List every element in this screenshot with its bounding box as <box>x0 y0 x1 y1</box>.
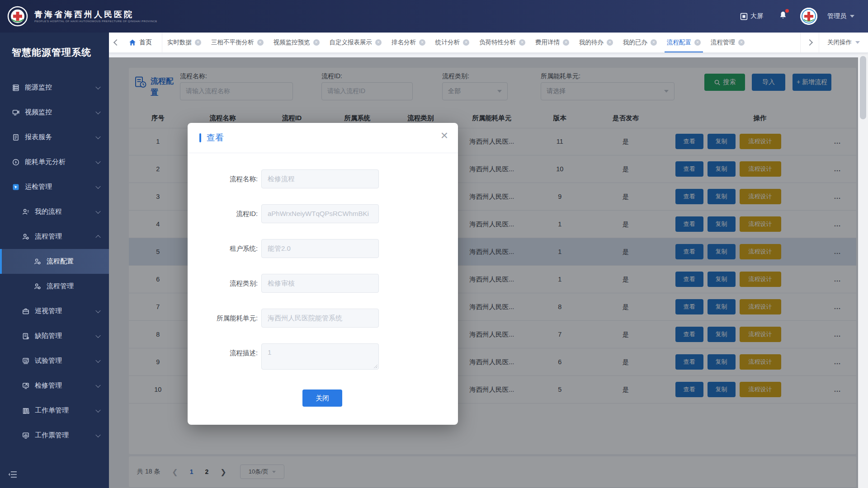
chevron-down-icon <box>95 208 100 213</box>
field-value-text: 检修流程 <box>268 175 295 183</box>
report-icon <box>12 134 20 141</box>
sidebar-item-video-monitor[interactable]: 视频监控 <box>0 100 109 125</box>
sidebar-item-workticket-mgmt[interactable]: 工作票管理 <box>0 423 109 448</box>
chart-monitor-icon <box>22 432 30 439</box>
tab-自定义报表展示[interactable]: 自定义报表展示× <box>325 33 387 52</box>
tab-close-icon[interactable]: × <box>651 39 657 46</box>
close-operations-menu[interactable]: 关闭操作 <box>819 33 868 52</box>
sidebar-item-process-config[interactable]: 流程配置 <box>0 249 109 274</box>
tab-负荷特性分析[interactable]: 负荷特性分析× <box>474 33 530 52</box>
sidebar-item-label: 流程管理 <box>47 282 74 291</box>
modal-field-label: 流程描述: <box>188 343 258 362</box>
tab-close-icon[interactable]: × <box>375 39 382 46</box>
chevron-up-icon <box>95 235 100 239</box>
big-screen-button[interactable]: 大屏 <box>740 12 763 20</box>
sidebar-item-process-mgmt-sub[interactable]: 流程管理 <box>0 274 109 299</box>
close-icon[interactable]: × <box>441 129 448 142</box>
collapse-sidebar-icon[interactable] <box>8 471 17 480</box>
tab-close-icon[interactable]: × <box>738 39 745 46</box>
tab-视频监控预览[interactable]: 视频监控预览× <box>269 33 325 52</box>
dialog-close-button[interactable]: 关闭 <box>302 389 342 407</box>
video-monitor-icon <box>12 109 20 116</box>
chevron-down-icon <box>95 183 100 188</box>
tab-label: 流程配置 <box>667 38 691 47</box>
tab-排名分析[interactable]: 排名分析× <box>387 33 430 52</box>
brand-subtitle: PEOPLE'S HOSPITAL OF HAIXI AUTONOMOUS PR… <box>34 20 157 23</box>
sidebar-item-repair-mgmt[interactable]: 检修管理 <box>0 373 109 398</box>
sidebar: 智慧能源管理系统 能源监控视频监控报表服务能耗单元分析运检管理我的流程流程管理流… <box>0 33 109 488</box>
modal-field-value[interactable]: 检修审核 <box>261 274 379 293</box>
modal-field-value[interactable]: 能管2.0 <box>261 239 379 258</box>
home-icon <box>129 39 136 46</box>
tab-label: 排名分析 <box>392 38 416 47</box>
tabs-scroll-left-icon[interactable] <box>109 33 124 52</box>
tab-我的已办[interactable]: 我的已办× <box>618 33 662 52</box>
tab-close-icon[interactable]: × <box>313 39 320 46</box>
field-value-text: aPhWrxNeiyWTqQPsRCWhmBKi <box>268 210 369 217</box>
sidebar-item-label: 运检管理 <box>25 183 52 191</box>
chevron-down-icon <box>95 382 100 387</box>
sidebar-item-label: 能耗单元分析 <box>25 158 66 166</box>
modal-field-value[interactable]: 海西州人民医院能管系统 <box>261 309 379 328</box>
energy-unit-icon <box>12 159 20 166</box>
sidebar-item-my-process[interactable]: 我的流程 <box>0 199 109 224</box>
tabs-scroll-right-icon[interactable] <box>800 33 819 52</box>
tab-close-icon[interactable]: × <box>195 39 201 46</box>
chevron-down-icon <box>95 308 100 313</box>
tab-label: 视频监控预览 <box>274 38 310 47</box>
sidebar-item-label: 流程管理 <box>35 232 62 241</box>
tab-close-icon[interactable]: × <box>463 39 469 46</box>
tab-close-icon[interactable]: × <box>563 39 569 46</box>
dialog-title: 查看 <box>207 132 224 144</box>
tab-label: 三相不平衡分析 <box>211 38 254 47</box>
tab-费用详情[interactable]: 费用详情× <box>530 33 574 52</box>
notification-bell-icon[interactable] <box>778 11 788 22</box>
tab-close-icon[interactable]: × <box>419 39 425 46</box>
chevron-down-icon <box>95 134 100 139</box>
tab-流程配置[interactable]: 流程配置× <box>662 33 706 52</box>
sidebar-item-worksheet-mgmt[interactable]: 工作单管理 <box>0 398 109 423</box>
modal-field-0: 流程名称:检修流程 <box>188 169 379 188</box>
description-textarea[interactable]: 1 <box>261 343 379 370</box>
field-value-text: 检修审核 <box>268 279 295 287</box>
tab-close-icon[interactable]: × <box>694 39 701 46</box>
tab-close-icon[interactable]: × <box>607 39 613 46</box>
field-value-text: 海西州人民医院能管系统 <box>268 314 342 322</box>
chevron-down-icon <box>95 159 100 164</box>
tab-统计分析[interactable]: 统计分析× <box>430 33 474 52</box>
sidebar-item-label: 巡视管理 <box>35 307 62 315</box>
tab-label: 负荷特性分析 <box>479 38 516 47</box>
current-user-menu[interactable]: 管理员 <box>827 12 854 20</box>
sidebar-item-label: 我的流程 <box>35 207 62 216</box>
tab-close-icon[interactable]: × <box>519 39 525 46</box>
tab-三相不平衡分析[interactable]: 三相不平衡分析× <box>206 33 269 52</box>
page-scrollbar[interactable] <box>858 52 868 488</box>
tab-home[interactable]: 首页 <box>124 33 162 52</box>
modal-field-value[interactable]: aPhWrxNeiyWTqQPsRCWhmBKi <box>261 204 379 223</box>
tab-实时数据[interactable]: 实时数据× <box>162 33 206 52</box>
sidebar-item-process-mgmt[interactable]: 流程管理 <box>0 224 109 249</box>
modal-field-value[interactable]: 检修流程 <box>261 169 379 188</box>
modal-field-2: 租户系统:能管2.0 <box>188 239 379 258</box>
sidebar-item-report-service[interactable]: 报表服务 <box>0 125 109 150</box>
sidebar-item-label: 试验管理 <box>35 357 62 365</box>
user-avatar[interactable] <box>800 8 817 25</box>
resize-grip-icon <box>373 364 377 368</box>
person-gear-icon <box>33 258 42 265</box>
modal-field-3: 流程类别:检修审核 <box>188 274 379 293</box>
tab-流程管理[interactable]: 流程管理× <box>706 33 750 52</box>
modal-field-1: 流程ID:aPhWrxNeiyWTqQPsRCWhmBKi <box>188 204 379 223</box>
sidebar-item-patrol-mgmt[interactable]: 巡视管理 <box>0 299 109 324</box>
tab-bar: 首页 实时数据×三相不平衡分析×视频监控预览×自定义报表展示×排名分析×统计分析… <box>109 33 868 53</box>
tab-close-icon[interactable]: × <box>257 39 264 46</box>
person-gear-icon <box>33 283 42 290</box>
notification-badge <box>785 9 789 13</box>
scrollbar-thumb[interactable] <box>860 56 866 119</box>
tab-我的待办[interactable]: 我的待办× <box>574 33 618 52</box>
sidebar-item-test-mgmt[interactable]: 试验管理 <box>0 348 109 373</box>
sidebar-item-energy-unit-analysis[interactable]: 能耗单元分析 <box>0 150 109 174</box>
sidebar-item-ops-mgmt[interactable]: 运检管理 <box>0 174 109 199</box>
sidebar-item-defect-mgmt[interactable]: 缺陷管理 <box>0 324 109 348</box>
chevron-down-icon <box>95 407 100 412</box>
sidebar-item-energy-monitor[interactable]: 能源监控 <box>0 75 109 100</box>
